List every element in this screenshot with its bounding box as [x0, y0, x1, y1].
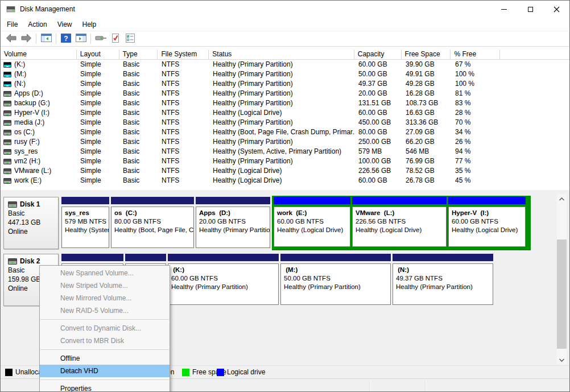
column-header-free-space[interactable]: Free Space: [402, 49, 451, 59]
disk-label-1[interactable]: Disk 1Basic447.13 GBOnline: [3, 197, 59, 249]
layout-cell: Simple: [77, 147, 119, 156]
layout-cell: Simple: [77, 137, 119, 147]
file-system-cell: NTFS: [158, 166, 209, 176]
help-button[interactable]: ?: [59, 32, 73, 46]
menu-separator: [40, 319, 169, 320]
extended-partition[interactable]: work (E:)60.00 GB NTFSHealthy (Logical D…: [272, 196, 531, 250]
layout-cell: Simple: [77, 118, 119, 127]
minimize-button[interactable]: [491, 1, 517, 18]
partition-sys_res[interactable]: sys_res579 MB NTFSHealthy (System, Activ…: [61, 197, 109, 250]
toolbar-separator: [56, 34, 56, 44]
close-button[interactable]: [543, 1, 569, 18]
partition-label: sys_res: [65, 209, 109, 217]
partition-work (E:)[interactable]: work (E:)60.00 GB NTFSHealthy (Logical D…: [274, 197, 350, 249]
context-menu-item-detach-vhd[interactable]: Detach VHD: [40, 365, 170, 377]
column-header--free[interactable]: % Free: [451, 49, 500, 59]
table-row[interactable]: Apps (D:)SimpleBasicNTFSHealthy (Primary…: [1, 89, 569, 98]
free-space-cell: 49.91 GB: [402, 69, 452, 79]
type-cell: Basic: [119, 166, 158, 176]
capacity-cell: 49.37 GB: [355, 79, 402, 89]
partition-Apps (D:)[interactable]: Apps (D:)20.00 GB NTFSHealthy (Primary P…: [196, 197, 270, 250]
forward-button[interactable]: [19, 32, 34, 46]
vertical-scrollbar[interactable]: [557, 194, 567, 365]
scrollbar-thumb[interactable]: [557, 240, 567, 349]
partition-size: 49.37 GB NTFS: [396, 274, 493, 283]
menu-view[interactable]: View: [52, 18, 77, 31]
column-header-capacity[interactable]: Capacity: [354, 49, 402, 59]
volume-name: VMware (L:): [14, 166, 51, 176]
table-row[interactable]: media (J:)SimpleBasicNTFSHealthy (Primar…: [1, 118, 569, 127]
disk-size: 447.13 GB: [8, 218, 58, 227]
pct-free-cell: 94 %: [452, 147, 501, 156]
back-button[interactable]: [4, 32, 19, 46]
type-cell: Basic: [119, 69, 158, 79]
svg-text:?: ?: [64, 34, 68, 42]
table-row[interactable]: (N:)SimpleBasicNTFSHealthy (Primary Part…: [1, 79, 569, 89]
scroll-up-icon[interactable]: [557, 194, 567, 204]
column-header-layout[interactable]: Layout: [77, 49, 119, 59]
table-row[interactable]: work (E:)SimpleBasicNTFSHealthy (Logical…: [1, 176, 569, 185]
table-row[interactable]: os (C:)SimpleBasicNTFSHealthy (Boot, Pag…: [1, 127, 569, 137]
disk-status: Online: [8, 227, 58, 236]
column-header-file-system[interactable]: File System: [158, 49, 209, 59]
table-row[interactable]: Hyper-V (I:)SimpleBasicNTFSHealthy (Logi…: [1, 108, 569, 118]
table-row[interactable]: backup (G:)SimpleBasicNTFSHealthy (Prima…: [1, 98, 569, 108]
scroll-down-icon[interactable]: [557, 355, 567, 365]
type-cell: Basic: [119, 147, 158, 156]
disk-icon: [3, 139, 11, 145]
table-row[interactable]: (K:)SimpleBasicNTFSHealthy (Primary Part…: [1, 60, 569, 69]
task-list-button[interactable]: [123, 32, 138, 46]
menu-file[interactable]: File: [2, 18, 23, 31]
disk-management-window: Disk Management FileActionViewHelp ? Vol…: [0, 0, 570, 392]
check-document-button[interactable]: [108, 32, 123, 46]
column-header-type[interactable]: Type: [119, 49, 158, 59]
title-bar: Disk Management: [1, 1, 569, 18]
partition-(K:)[interactable]: (K:)60.00 GB NTFSHealthy (Primary Partit…: [168, 254, 279, 305]
disk-icon: [3, 130, 11, 135]
partition-size: 60.00 GB NTFS: [277, 217, 350, 226]
free-space-cell: 546 MB: [402, 147, 452, 156]
partition-box: (M:)50.00 GB NTFSHealthy (Primary Partit…: [280, 263, 391, 305]
maximize-button[interactable]: [517, 1, 543, 18]
free-space-cell: 16.63 GB: [402, 108, 452, 118]
table-row[interactable]: (M:)SimpleBasicNTFSHealthy (Primary Part…: [1, 69, 569, 79]
action-pane-button[interactable]: [73, 32, 88, 46]
free-space-cell: 49.28 GB: [402, 79, 452, 89]
pct-free-cell: 100 %: [452, 69, 501, 79]
console-tree-button[interactable]: [39, 32, 53, 46]
table-row[interactable]: vm2 (H:)SimpleBasicNTFSHealthy (Primary …: [1, 156, 569, 166]
menu-help[interactable]: Help: [77, 18, 102, 31]
type-cell: Basic: [119, 79, 158, 89]
type-cell: Basic: [119, 60, 158, 69]
capacity-cell: 80.00 GB: [355, 127, 402, 137]
partition-VMware (L:)[interactable]: VMware (L:)226.56 GB NTFSHealthy (Logica…: [352, 197, 447, 249]
disk-status-button[interactable]: [93, 32, 108, 46]
volume-name: os (C:): [14, 127, 35, 137]
disk-row-1: Disk 1Basic447.13 GBOnlinesys_res579 MB …: [1, 197, 569, 251]
table-row[interactable]: rusy (F:)SimpleBasicNTFSHealthy (Primary…: [1, 137, 569, 147]
context-menu-item-offline[interactable]: Offline: [40, 352, 170, 365]
volume-cell: rusy (F:): [1, 137, 77, 147]
pct-free-cell: 70 %: [452, 118, 501, 127]
table-row[interactable]: sys_resSimpleBasicNTFSHealthy (System, A…: [1, 147, 569, 156]
check-document-icon: [111, 34, 120, 44]
partition-(N:)[interactable]: (N:)49.37 GB NTFSHealthy (Primary Partit…: [393, 254, 493, 305]
column-header-volume[interactable]: Volume: [1, 49, 77, 59]
menu-action[interactable]: Action: [23, 18, 52, 31]
column-header-status[interactable]: Status: [209, 49, 354, 59]
free-space-cell: 16.28 GB: [402, 89, 452, 98]
status-cell: Healthy (Logical Drive): [209, 166, 355, 176]
primary-partition-bar: [61, 254, 123, 261]
partition-box: work (E:)60.00 GB NTFSHealthy (Logical D…: [274, 207, 350, 247]
capacity-cell: 20.00 GB: [355, 89, 402, 98]
partition-os (C:)[interactable]: os (C:)80.00 GB NTFSHealthy (Boot, Page …: [111, 197, 194, 250]
logical-partition-bar: [352, 197, 447, 204]
context-menu-item-properties[interactable]: Properties: [40, 382, 170, 392]
status-bar-divider: [369, 381, 370, 391]
table-row[interactable]: VMware (L:)SimpleBasicNTFSHealthy (Logic…: [1, 166, 569, 176]
partition-Hyper-V (I:)[interactable]: Hyper-V (I:)60.00 GB NTFSHealthy (Logica…: [448, 197, 526, 249]
type-cell: Basic: [119, 108, 158, 118]
partition-(M:)[interactable]: (M:)50.00 GB NTFSHealthy (Primary Partit…: [280, 254, 391, 305]
partition-box: Hyper-V (I:)60.00 GB NTFSHealthy (Logica…: [448, 207, 526, 247]
layout-cell: Simple: [77, 127, 119, 137]
